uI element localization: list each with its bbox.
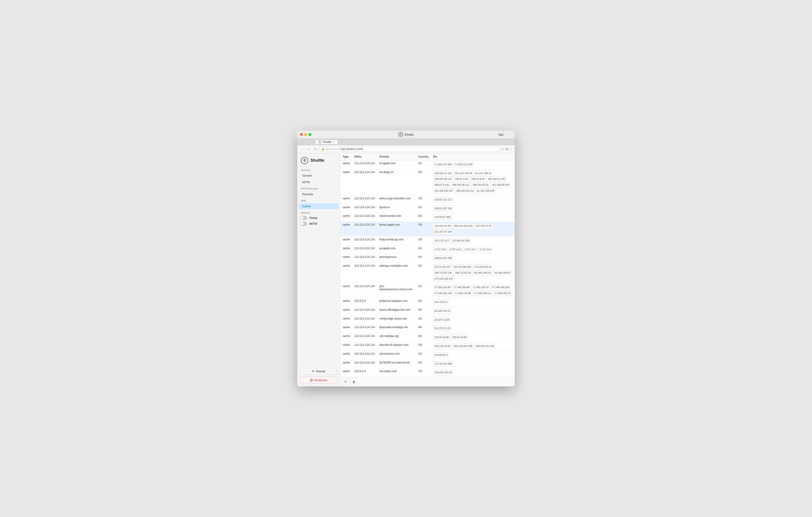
shutdown-button[interactable]: ⏻ Shutdown — [300, 377, 337, 384]
table-row[interactable]: cache114.114.114.114nexus.officeapps.liv… — [340, 306, 515, 316]
cell-type: cache — [340, 222, 352, 237]
table-row[interactable]: cache114.114.114.114settings.crashlytics… — [340, 263, 515, 283]
table-footer: ↻ 🗑 — [340, 377, 515, 386]
url-bar[interactable]: 🔒 Not Secure c.sipt.top/dns-cache — [319, 146, 499, 152]
ip-badge: 17.253.117.204 — [433, 162, 453, 167]
ip-badge: 17.248.156.108 — [491, 285, 511, 290]
cell-country: US — [416, 298, 431, 307]
star-icon[interactable]: ☆ — [501, 147, 504, 151]
table-row[interactable]: cache114.114.114.114imap.exmail.qq.comCN… — [340, 236, 515, 245]
window-title: S Shuttle — [399, 132, 413, 137]
ip-badge: 61.151.186.31 — [474, 171, 493, 176]
table-row[interactable]: cache223.5.5.5pollserver.lastpass.comUS2… — [340, 298, 515, 307]
sidebar-item-servers[interactable]: Servers — [299, 172, 339, 179]
table-row[interactable]: cache114.114.114.114wx.qlogo.cnCN180.163… — [340, 169, 515, 195]
table-row[interactable]: cache114.114.114.114cdn.bootcss.comCN114… — [340, 351, 515, 359]
cell-ips: 183.131.24.55183.134.101.248183.134.101.… — [431, 342, 515, 351]
cell-dns: 114.114.114.114 — [352, 306, 377, 316]
forward-button[interactable]: → — [306, 147, 311, 151]
ip-badge: 108.61.207.230 — [433, 206, 453, 211]
app-name: Shuttle — [310, 158, 324, 163]
sidebar-item-cache[interactable]: Cache — [299, 203, 339, 209]
ip-badge: 180.97.8.25 — [470, 176, 486, 182]
table-row[interactable]: cache114.114.114.114xp.apple.comUS17.57.… — [340, 245, 515, 254]
col-country: Country — [416, 153, 431, 160]
cell-ips: 14.17.57.217113.96.232.106 — [431, 236, 515, 245]
close-button[interactable] — [300, 133, 303, 136]
table-row[interactable]: cache114.114.114.114az764295.vo.msecnd.n… — [340, 359, 515, 368]
cell-dns: 114.114.114.114 — [352, 359, 377, 368]
cell-country: CN — [416, 351, 431, 359]
delete-button[interactable]: 🗑 — [351, 379, 357, 385]
sidebar-item-mitm[interactable]: MITM — [299, 179, 339, 185]
table-row[interactable]: cache114.114.114.114tpixpcweb.cloudapp.n… — [340, 324, 515, 333]
cell-domain: diycode.b0.upaiyun.com — [377, 342, 416, 351]
table-row[interactable]: cache114.114.114.114typora.ioUS108.61.20… — [340, 204, 515, 213]
tab-close-button[interactable]: ✕ — [332, 140, 335, 143]
ip-badge: 101.227.97.199 — [433, 229, 453, 235]
content-area: Type DNSs Domain Country IPs cache114.11… — [340, 153, 515, 387]
dump-toggle[interactable] — [300, 216, 307, 220]
cell-ips: 52.109.124.21 — [431, 306, 515, 316]
refresh-button[interactable]: ↻ — [343, 379, 349, 385]
cell-domain: cdn.bootcss.com — [377, 351, 416, 359]
table-row[interactable]: cache114.114.114.114config.edge.skype.co… — [340, 316, 515, 324]
cell-domain: config.edge.skype.com — [377, 316, 416, 324]
cell-country: US — [416, 359, 431, 368]
ip-badge: 101.226.90.164 — [491, 182, 511, 188]
table-row[interactable]: cache114.114.114.114cdn.mathjax.orgUS104… — [340, 333, 515, 342]
back-button[interactable]: ← — [299, 147, 304, 151]
ip-badge: 124.225.154.33 — [433, 370, 453, 375]
ip-badge: 183.134.101.248 — [452, 344, 474, 349]
ip-badge: 123.59.57.206 — [433, 215, 452, 220]
traffic-lights — [300, 133, 311, 136]
fullscreen-button[interactable] — [309, 133, 311, 136]
cell-dns: 114.114.114.114 — [352, 324, 377, 333]
table-row[interactable]: cache223.5.5.5ss2.baidu.comCN124.225.154… — [340, 368, 515, 377]
cell-country: HK — [416, 324, 431, 333]
cell-ips: 108.61.207.230 — [431, 204, 515, 213]
more-icon[interactable]: ⋮ — [509, 147, 513, 151]
cell-country: US — [416, 316, 431, 324]
table-row[interactable]: cache114.114.114.114itunes.apple.comCN11… — [340, 222, 515, 237]
tab-item[interactable]: S Shuttle ✕ — [315, 140, 338, 144]
ip-badge: 184.72.237.124 — [433, 270, 453, 276]
security-icon: 🔒 — [321, 147, 325, 151]
cell-ips: 117.18.232.200 — [431, 359, 515, 368]
cell-country: US — [416, 160, 431, 169]
option-dump: Dump — [297, 215, 340, 221]
reload-button[interactable]: ↻ — [313, 147, 318, 151]
ip-badge: 113.96.232.106 — [451, 238, 471, 244]
table-row[interactable]: cache114.114.114.114www.typora.ioUS108.6… — [340, 254, 515, 263]
cell-type: cache — [340, 342, 352, 351]
ip-badge: 117.18.232.200 — [433, 361, 453, 367]
ip-badge: 61.151.168.149 — [475, 188, 495, 194]
sipt-label: Sipt — [498, 133, 503, 136]
tab-favicon: S — [318, 140, 321, 143]
cell-country: CN — [416, 222, 431, 237]
table-row[interactable]: cache114.114.114.114www.surge-activation… — [340, 195, 515, 204]
ip-badge: 17.253.117.203 — [454, 162, 473, 167]
cell-domain: xp.apple.com — [377, 245, 416, 254]
mitm-toggle[interactable] — [300, 222, 307, 226]
sidebar-item-records[interactable]: Records — [299, 191, 339, 197]
minimize-button[interactable] — [304, 133, 307, 136]
ip-badge: 180.163.21.101 — [433, 171, 453, 176]
table-row[interactable]: cache114.114.114.114xiaozhuanlan.comCN12… — [340, 213, 515, 222]
shuttle-icon: S — [399, 132, 403, 137]
table-row[interactable]: cache114.114.114.114p31-keyvalueservice.… — [340, 283, 515, 298]
cell-dns: 223.5.5.5 — [352, 368, 377, 377]
cell-dns: 114.114.114.114 — [352, 351, 377, 359]
table-row[interactable]: cache114.114.114.114crl.apple.comUS17.25… — [340, 160, 515, 169]
extensions-icon[interactable]: ⊞ — [506, 147, 508, 151]
table-row[interactable]: cache114.114.114.114diycode.b0.upaiyun.c… — [340, 342, 515, 351]
cell-ips: 17.250.120.4617.248.160.8417.250.120.101… — [431, 283, 515, 298]
cell-ips: 17.57.10.817.57.10.617.57.10.717.57.10.9 — [431, 245, 515, 254]
reload-button-sidebar[interactable]: ↻ Reload — [300, 368, 337, 375]
cell-type: cache — [340, 160, 352, 169]
table-wrapper[interactable]: Type DNSs Domain Country IPs cache114.11… — [340, 153, 515, 377]
cell-ips: 52.175.37.173 — [431, 324, 515, 333]
ip-badge: 108.61.207.230 — [433, 255, 453, 261]
cell-type: cache — [340, 324, 352, 333]
cell-domain: www.surge-activation.com — [377, 195, 416, 204]
